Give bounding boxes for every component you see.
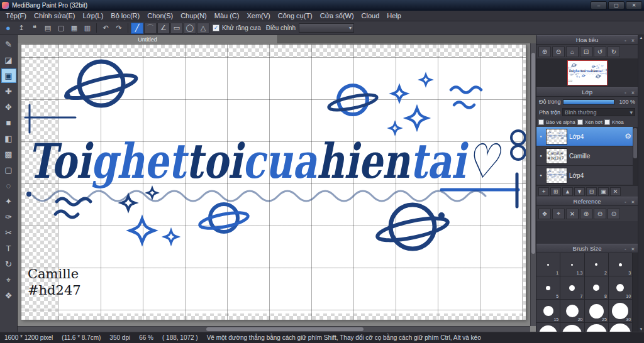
brush-size-cell[interactable]: 25 bbox=[585, 300, 609, 323]
tool-text[interactable]: T bbox=[1, 241, 16, 256]
comment-icon[interactable]: ❝ bbox=[28, 23, 41, 34]
delete-layer-button[interactable]: ✕ bbox=[610, 187, 621, 196]
canvas-vertical-scrollbar[interactable] bbox=[530, 43, 536, 326]
upload-icon[interactable]: ↥ bbox=[15, 23, 28, 34]
tool-scissors[interactable]: ✂ bbox=[1, 226, 16, 240]
dock-scrollbar[interactable]: ▲ ▼ bbox=[638, 35, 644, 332]
brush-size-cell[interactable]: 7 bbox=[560, 276, 584, 300]
polygon-tool-button[interactable]: △ bbox=[197, 23, 209, 34]
scroll-up-icon[interactable]: ▲ bbox=[638, 36, 644, 40]
move-layer-up-button[interactable]: ▲ bbox=[562, 187, 573, 196]
tool-select-ellipse[interactable]: ◌ bbox=[1, 178, 16, 193]
protect-alpha-checkbox[interactable] bbox=[538, 119, 544, 125]
vertical-scroll-thumb[interactable] bbox=[531, 53, 535, 254]
brush-size-cell[interactable]: 60 bbox=[585, 323, 609, 332]
tool-move[interactable]: ✥ bbox=[1, 100, 16, 114]
visibility-icon[interactable]: ● bbox=[538, 173, 544, 177]
close-icon[interactable]: ✕ bbox=[630, 37, 636, 44]
canvas[interactable]: Toighettoicuahientai♡ Camille #hd bbox=[21, 45, 526, 320]
curve-tool-button[interactable]: ⌒ bbox=[144, 23, 157, 34]
close-icon[interactable]: ✕ bbox=[630, 246, 636, 253]
blend-mode-select[interactable]: Bình thường ▾ bbox=[562, 108, 635, 116]
menu-view[interactable]: Xem(V) bbox=[243, 11, 274, 20]
layer-list-scrollbar[interactable] bbox=[633, 127, 638, 185]
zoom-fit-icon[interactable]: ⊡ bbox=[580, 46, 592, 57]
menu-cloud[interactable]: Cloud bbox=[358, 11, 384, 20]
document-tab[interactable]: Untitled bbox=[18, 35, 278, 43]
brush-size-cell[interactable]: 40 bbox=[536, 323, 560, 332]
tool-magic-wand[interactable]: ✦ bbox=[1, 194, 16, 209]
layer-row-lop4[interactable]: ● Lớp4 bbox=[536, 166, 638, 185]
merge-layer-button[interactable]: ⊟ bbox=[586, 187, 597, 196]
scroll-down-icon[interactable]: ▼ bbox=[638, 327, 644, 331]
popout-icon[interactable]: ▫ bbox=[622, 246, 629, 253]
tool-bucket[interactable]: ◧ bbox=[1, 131, 16, 146]
undo-button[interactable]: ↶ bbox=[99, 23, 112, 34]
layer-folder-button[interactable]: ▣ bbox=[598, 187, 609, 196]
minimize-button[interactable]: – bbox=[591, 1, 607, 9]
line-tool-button[interactable]: ╱ bbox=[131, 23, 143, 34]
horizontal-scroll-thumb[interactable] bbox=[206, 327, 364, 331]
menu-tools[interactable]: Công cụ(T) bbox=[274, 11, 316, 20]
menu-layer[interactable]: Lớp(L) bbox=[79, 11, 107, 20]
ellipse-tool-button[interactable]: ◯ bbox=[184, 23, 196, 34]
tool-eraser[interactable]: ◪ bbox=[1, 53, 16, 67]
antialias-checkbox[interactable]: ✓ bbox=[213, 24, 219, 31]
brush-size-scrollbar[interactable] bbox=[633, 253, 638, 332]
reference-clear-icon[interactable]: ✕ bbox=[566, 209, 579, 219]
brush-size-cell[interactable]: 70 bbox=[609, 323, 633, 332]
reference-move-icon[interactable]: ❖ bbox=[538, 209, 551, 219]
brush-size-cell[interactable]: 10 bbox=[609, 276, 633, 300]
redo-button[interactable]: ↷ bbox=[113, 23, 125, 34]
brush-size-cell[interactable]: 20 bbox=[560, 300, 584, 323]
canvas-horizontal-scrollbar[interactable] bbox=[18, 326, 530, 332]
menu-edit[interactable]: Chỉnh sửa(E) bbox=[30, 11, 79, 20]
zoom-out-icon[interactable]: ⊖ bbox=[552, 46, 565, 57]
rotate-right-icon[interactable]: ↻ bbox=[608, 46, 620, 57]
adjust-dropdown[interactable]: ▾ bbox=[299, 23, 354, 33]
menu-help[interactable]: Help bbox=[383, 11, 405, 20]
brush-size-cell[interactable]: 2 bbox=[585, 253, 609, 276]
palette-icon[interactable]: ▤ bbox=[42, 23, 54, 34]
brush-size-cell[interactable]: 3 bbox=[609, 253, 633, 276]
menu-capture[interactable]: Chụp(N) bbox=[177, 11, 211, 20]
tool-stamp[interactable]: ✚ bbox=[1, 84, 16, 99]
document-icon[interactable]: ▢ bbox=[55, 23, 67, 34]
reference-target-icon[interactable]: ⌖ bbox=[552, 209, 565, 219]
tool-select[interactable]: ▣ bbox=[1, 68, 16, 83]
zoom-home-icon[interactable]: ⌂ bbox=[566, 46, 579, 57]
layer-list-scroll-thumb[interactable] bbox=[633, 128, 637, 158]
popout-icon[interactable]: ▫ bbox=[622, 37, 629, 44]
tool-eyedropper[interactable]: ⌖ bbox=[1, 273, 16, 287]
visibility-icon[interactable]: ● bbox=[538, 154, 544, 158]
maximize-button[interactable]: ▢ bbox=[608, 1, 625, 9]
popout-icon[interactable]: ▫ bbox=[622, 89, 629, 96]
grid-icon[interactable]: ▦ bbox=[68, 23, 80, 34]
tool-pen[interactable]: ✑ bbox=[1, 210, 16, 224]
tool-hand[interactable]: ❖ bbox=[1, 288, 16, 303]
navigator-thumbnail[interactable] bbox=[567, 60, 608, 85]
lock-checkbox[interactable] bbox=[604, 119, 610, 125]
brush-size-cell[interactable]: 5 bbox=[536, 276, 560, 300]
brush-size-cell[interactable]: 50 bbox=[560, 323, 584, 332]
menu-window[interactable]: Cửa sổ(W) bbox=[316, 11, 358, 20]
gear-icon[interactable]: ⚙ bbox=[625, 132, 631, 141]
visibility-icon[interactable]: ● bbox=[538, 134, 544, 138]
reference-zoom-icon[interactable]: ⊙ bbox=[608, 209, 620, 219]
menu-file[interactable]: Tệp(F) bbox=[2, 11, 30, 20]
tool-brush[interactable]: ✎ bbox=[1, 37, 16, 52]
brush-size-cell[interactable]: 8 bbox=[585, 276, 609, 300]
layer-row-lop4-selected[interactable]: ● Lớp4 ⚙ bbox=[536, 127, 638, 146]
brush-settings-icon[interactable]: ● bbox=[2, 23, 14, 34]
layer-row-camille[interactable]: ● Camille #hd247 Camille bbox=[536, 146, 638, 166]
popout-icon[interactable]: ▫ bbox=[622, 199, 629, 205]
tool-gradient[interactable]: ▩ bbox=[1, 147, 16, 161]
clipping-checkbox[interactable] bbox=[577, 119, 583, 125]
menu-filter[interactable]: Bộ lọc(R) bbox=[107, 11, 143, 20]
menu-select[interactable]: Chọn(S) bbox=[143, 11, 177, 20]
tool-select-rect[interactable]: ▢ bbox=[1, 163, 16, 177]
add-layer-button[interactable]: ＋ bbox=[538, 187, 549, 196]
move-layer-down-button[interactable]: ▼ bbox=[574, 187, 585, 196]
brush-size-cell[interactable]: 15 bbox=[536, 300, 560, 323]
tool-shape[interactable]: ■ bbox=[1, 116, 16, 130]
